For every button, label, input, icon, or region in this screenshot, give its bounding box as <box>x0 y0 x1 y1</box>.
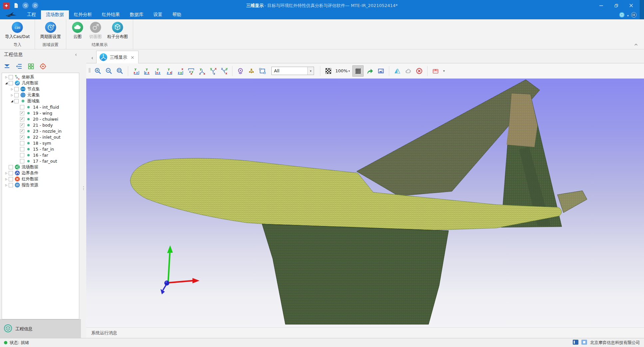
ribbon-button-particle-distribution-map[interactable]: 粒子分布图 <box>105 20 131 40</box>
tree-item-infrared-data[interactable]: ▷ 红外数据 <box>2 176 79 182</box>
view-top-button[interactable]: zyx <box>186 66 196 76</box>
tree-item-coordinate-system[interactable]: ▷ Yzx 坐标系 <box>2 74 79 80</box>
view-zy-button[interactable]: xzy <box>175 66 185 76</box>
ribbon-button-import-cas-dat[interactable]: cas 导入Cas/Dat <box>3 20 32 40</box>
tree-item-flow-field-data[interactable]: 流场数据 <box>2 164 79 170</box>
tree-item-report-resource[interactable]: ▷ 报告资源 <box>2 182 79 188</box>
close-button[interactable] <box>624 0 639 11</box>
checkbox[interactable] <box>20 147 24 151</box>
zoom-level-dropdown[interactable]: 100% ▾ <box>335 68 350 73</box>
ribbon-button-contour-map[interactable]: 云图 <box>69 20 86 40</box>
panel-splitter[interactable]: ⋮ <box>81 49 86 338</box>
grid-view-icon[interactable] <box>27 63 35 70</box>
filter-icon[interactable] <box>3 63 11 70</box>
zoom-out-button[interactable] <box>104 66 114 76</box>
menu-item-ir-result[interactable]: 红外结果 <box>97 10 125 19</box>
export-button[interactable] <box>365 66 375 76</box>
checkbox[interactable] <box>20 159 24 163</box>
expand-icon[interactable]: ▷ <box>4 184 9 187</box>
tree-item-element-set[interactable]: ▷ 元素集 <box>2 92 79 98</box>
tree-item-node-set[interactable]: ▷ 节点集 <box>2 86 79 92</box>
help-book-icon[interactable] <box>631 12 637 19</box>
tree-item-20-chuiwei[interactable]: ✓ 20 - chuiwei <box>2 116 79 122</box>
menu-item-project[interactable]: 工程 <box>22 10 41 19</box>
menu-item-ir-analysis[interactable]: 红外分析 <box>69 10 97 19</box>
tree-item-22-inlet-out[interactable]: ✓ 22 - inlet_out <box>2 134 79 140</box>
box-select-button[interactable] <box>258 66 267 76</box>
checkbox[interactable] <box>9 177 13 181</box>
checkbox[interactable] <box>14 87 19 91</box>
tree-item-21-body[interactable]: ✓ 21 - body <box>2 122 79 128</box>
checkbox[interactable] <box>14 93 19 97</box>
expand-icon[interactable]: ▷ <box>10 94 14 97</box>
display-filter-combobox[interactable]: All ▾ <box>271 67 314 75</box>
transparency-button[interactable] <box>324 66 333 76</box>
tree-item-23-nozzle-in[interactable]: ✓ 23 - nozzle_in <box>2 128 79 134</box>
outline-list-icon[interactable] <box>15 63 23 70</box>
view-xz-button[interactable]: yxz <box>132 66 141 76</box>
more-options-caret-icon[interactable]: ▾ <box>443 69 445 73</box>
ribbon-button-periodic-face-settings[interactable]: 周期面设置 <box>38 20 63 40</box>
tree-item-face-set[interactable]: ◢ 面域集 <box>2 98 79 104</box>
collapse-icon[interactable]: ◢ <box>4 81 9 85</box>
checkbox[interactable] <box>9 171 13 175</box>
node-render-button[interactable] <box>247 66 256 76</box>
checkbox[interactable]: ✓ <box>20 135 24 139</box>
ribbon-collapse-button[interactable] <box>634 41 638 47</box>
menu-item-help[interactable]: 帮助 <box>167 10 186 19</box>
window-blue-icon[interactable] <box>573 340 578 346</box>
chevron-down-icon[interactable]: ▾ <box>627 14 629 17</box>
expand-icon[interactable]: ▷ <box>4 172 9 175</box>
app-button[interactable] <box>3 2 10 9</box>
probe-button[interactable] <box>236 66 245 76</box>
tree-item-15-far-in[interactable]: 15 - far_in <box>2 146 79 152</box>
checkbox[interactable]: ✓ <box>20 111 24 115</box>
combobox-arrow-icon[interactable]: ▾ <box>307 67 314 75</box>
snapshot-button[interactable] <box>376 66 386 76</box>
panel-footer-tab[interactable]: 工程信息 <box>0 319 81 338</box>
smooth-button[interactable] <box>404 66 413 76</box>
checkbox[interactable] <box>9 183 13 187</box>
menu-item-settings[interactable]: 设置 <box>149 10 167 19</box>
expand-icon[interactable]: ▷ <box>4 178 9 181</box>
checkbox[interactable] <box>20 141 24 145</box>
view-zx-button[interactable]: yzx <box>143 66 152 76</box>
panel-collapse-icon[interactable]: ‹ <box>75 52 77 58</box>
tab-scroll-left-icon[interactable]: ‹ <box>88 53 96 63</box>
checkbox[interactable] <box>9 165 13 169</box>
checkbox[interactable]: ✓ <box>20 123 24 127</box>
redo-button[interactable] <box>32 2 38 9</box>
checkbox[interactable] <box>9 75 13 79</box>
locate-icon[interactable] <box>39 63 47 70</box>
toolbar-drag-handle[interactable] <box>88 66 92 76</box>
tree-item-boundary-condition[interactable]: ▷ 边界条件 <box>2 170 79 176</box>
tree-item-19-wing[interactable]: ✓ 19 - wing <box>2 110 79 116</box>
view-iso-1-button[interactable]: yzx <box>197 66 207 76</box>
menu-item-flow-field-data[interactable]: 流场数据 <box>41 10 69 19</box>
zoom-in-button[interactable] <box>93 66 103 76</box>
zoom-fit-button[interactable] <box>115 66 125 76</box>
tree-item-16-far[interactable]: 16 - far <box>2 152 79 158</box>
view-zx-right-button[interactable]: yzx <box>164 66 174 76</box>
checkbox[interactable]: ✓ <box>20 117 24 121</box>
expand-icon[interactable]: ▷ <box>10 88 14 91</box>
tree-item-14-int-fluid[interactable]: 14 - int_fluid <box>2 104 79 110</box>
view-iso-2-button[interactable]: yxz <box>208 66 218 76</box>
expand-icon[interactable]: ▷ <box>4 76 9 79</box>
checkbox[interactable] <box>9 81 13 85</box>
ribbon-button-slice-map[interactable]: 切面图 <box>87 20 104 40</box>
tree-item-geometry-data[interactable]: ◢ 几何数据 <box>2 80 79 86</box>
minimize-button[interactable] <box>594 0 609 11</box>
tree-item-18-sym[interactable]: 18 - sym <box>2 140 79 146</box>
checkbox[interactable]: ✓ <box>20 129 24 133</box>
style-switch-icon[interactable] <box>619 12 625 19</box>
checkbox[interactable] <box>20 153 24 157</box>
view-iso-3-button[interactable]: zyx <box>219 66 229 76</box>
display-blue-icon[interactable] <box>581 340 587 346</box>
grid-button[interactable] <box>352 65 364 77</box>
tab-3d-view[interactable]: 三维显示 × <box>96 51 139 63</box>
tree-item-17-far-out[interactable]: 17 - far_out <box>2 158 79 164</box>
menu-item-database[interactable]: 数据库 <box>125 10 149 19</box>
checkbox[interactable] <box>14 99 19 103</box>
new-file-button[interactable] <box>13 2 19 9</box>
